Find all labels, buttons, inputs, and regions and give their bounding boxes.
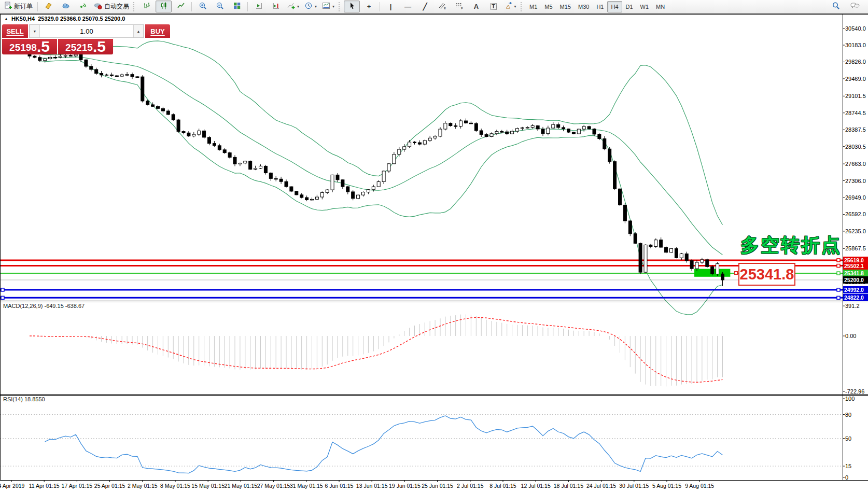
add-indicator-button[interactable]: ▾ <box>285 1 301 12</box>
volume-input[interactable] <box>40 25 133 37</box>
zoom-in-icon <box>199 2 207 11</box>
timeframe-group: M1M5M15M30H1H4D1W1MN <box>526 1 668 12</box>
tab-timeframe-M1[interactable]: M1 <box>526 1 541 12</box>
chart-shift-icon <box>272 2 280 11</box>
buy-button[interactable]: BUY <box>145 24 170 38</box>
y-axis-label: 26592.0 <box>845 211 866 217</box>
rsi-axis-label: 100 <box>845 396 855 402</box>
tab-timeframe-M15[interactable]: M15 <box>556 1 575 12</box>
volume-increase-button[interactable]: ▲ <box>133 25 144 37</box>
separator <box>247 2 248 11</box>
tab-timeframe-M5[interactable]: M5 <box>541 1 556 12</box>
toolbar-grip[interactable] <box>521 2 523 11</box>
autotrading-button[interactable]: 自动交易 <box>92 1 131 12</box>
tab-timeframe-H4[interactable]: H4 <box>607 1 622 12</box>
crosshair-button[interactable]: + <box>361 1 377 12</box>
x-axis-label: 31 May 01:15 <box>290 483 323 489</box>
chat-button[interactable] <box>847 1 863 12</box>
x-axis-label: 19 Jun 01:15 <box>389 483 421 489</box>
shapes-button[interactable]: ▾ <box>502 1 519 12</box>
ohlc-values: 25329.0 25366.0 25070.5 25200.0 <box>38 16 125 22</box>
market-watch-button[interactable] <box>58 1 74 12</box>
chevron-down-icon: ▾ <box>514 4 516 9</box>
rsi-indicator <box>0 415 843 473</box>
rsi-axis-label: 0 <box>845 474 848 481</box>
volume-control: ▼ ▲ <box>29 24 144 38</box>
shapes-icon <box>505 2 512 11</box>
annotation-turning-point[interactable]: 多空转折点 <box>740 233 842 258</box>
tab-timeframe-H1[interactable]: H1 <box>593 1 607 12</box>
text-icon: A <box>474 3 479 10</box>
toolbar-grip[interactable] <box>133 2 135 11</box>
bar-chart-button[interactable] <box>138 1 155 12</box>
zoom-in-button[interactable] <box>194 1 211 12</box>
fibonacci-button[interactable]: F <box>451 1 467 12</box>
tab-timeframe-MN[interactable]: MN <box>652 1 668 12</box>
auto-scroll-icon <box>255 2 263 11</box>
chevron-down-icon: ▾ <box>315 4 317 9</box>
zoom-out-button[interactable] <box>212 1 228 12</box>
toolbar-grip[interactable] <box>339 2 341 11</box>
x-axis-label: 21 May 01:15 <box>225 483 258 489</box>
line-chart-icon <box>177 2 185 11</box>
svg-text:E: E <box>444 7 446 10</box>
y-axis-label: 26949.0 <box>845 194 866 201</box>
mt4-window: 新订单 自动交易 ▾ ▾ ▾ + | — ╱ E F A T ▾ <box>0 0 868 492</box>
buy-price-display[interactable]: 25215.5 <box>58 39 113 54</box>
tile-windows-icon <box>233 2 241 11</box>
rsi-label: RSI(14) 18.8550 <box>3 396 45 402</box>
trendline-icon: ╱ <box>423 3 427 10</box>
y-axis-label: 28387.5 <box>845 126 866 133</box>
volume-decrease-button[interactable]: ▼ <box>30 25 40 37</box>
y-axis-label: 29469.0 <box>845 76 866 82</box>
text-tool-button[interactable]: A <box>468 1 484 12</box>
crosshair-icon: + <box>367 3 371 10</box>
tab-timeframe-W1[interactable]: W1 <box>637 1 653 12</box>
cursor-button[interactable] <box>344 1 360 12</box>
vertical-line-button[interactable]: | <box>383 1 399 12</box>
x-axis-label: 27 May 01:15 <box>257 483 290 489</box>
chart-canvas <box>0 0 868 492</box>
fibonacci-icon: F <box>455 2 464 11</box>
macd-indicator <box>30 314 723 386</box>
history-center-button[interactable] <box>40 1 57 12</box>
auto-scroll-button[interactable] <box>250 1 267 12</box>
y-axis-label: 27663.0 <box>845 161 866 167</box>
x-axis-label: 8 May 01:15 <box>160 483 190 489</box>
y-axis-label: 30540.0 <box>845 25 866 32</box>
price-callout-handle[interactable] <box>734 271 738 275</box>
label-tool-button[interactable]: T <box>485 1 501 12</box>
template-button[interactable]: ▾ <box>320 1 337 12</box>
price-callout[interactable]: 25341.8 <box>738 263 795 286</box>
search-button[interactable] <box>828 1 844 12</box>
highlight-rect[interactable] <box>694 269 730 277</box>
trendline-button[interactable]: ╱ <box>417 1 433 12</box>
tab-timeframe-D1[interactable]: D1 <box>622 1 637 12</box>
candlestick-icon <box>160 2 168 11</box>
separator <box>37 2 38 11</box>
x-axis-label: 24 Jul 01:15 <box>586 483 616 489</box>
chevron-down-icon: ▾ <box>332 4 334 9</box>
bar-chart-icon <box>143 2 151 11</box>
periods-button[interactable]: ▾ <box>302 1 319 12</box>
channel-button[interactable]: E <box>434 1 450 12</box>
toolbar: 新订单 自动交易 ▾ ▾ ▾ + | — ╱ E F A T ▾ <box>0 0 868 13</box>
sell-button[interactable]: SELL <box>2 24 28 38</box>
new-order-button[interactable]: 新订单 <box>2 1 35 12</box>
line-chart-button[interactable] <box>173 1 189 12</box>
x-axis-label: 2 May 01:15 <box>128 483 158 489</box>
chart-shift-button[interactable] <box>268 1 284 12</box>
sell-price-display[interactable]: 25198.5 <box>2 39 57 54</box>
signals-button[interactable] <box>75 1 91 12</box>
tile-windows-button[interactable] <box>229 1 245 12</box>
channel-icon: E <box>438 2 446 11</box>
candlestick-chart-button[interactable] <box>156 1 172 12</box>
symbol-period-label: HK50,H4 <box>11 16 35 22</box>
x-axis-label: 15 May 01:15 <box>191 483 225 489</box>
macd-axis-label: 391.2 <box>845 303 860 309</box>
signal-icon <box>79 2 87 11</box>
collapse-panel-icon[interactable]: ▲ <box>4 17 8 21</box>
horizontal-line-button[interactable]: — <box>400 1 416 12</box>
y-axis-label: 28744.5 <box>845 110 866 116</box>
tab-timeframe-M30[interactable]: M30 <box>575 1 593 12</box>
